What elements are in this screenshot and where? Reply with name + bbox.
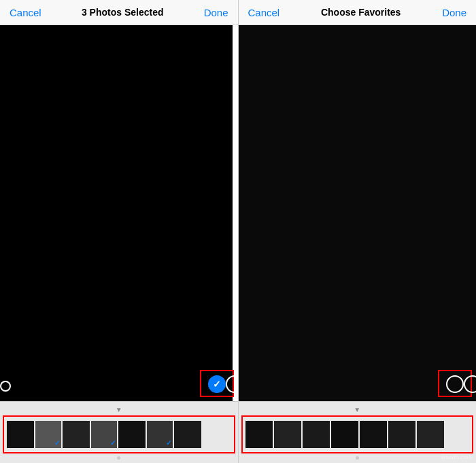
left-header: Cancel 3 Photos Selected Done xyxy=(0,0,238,25)
right-thumb-dot xyxy=(356,456,359,460)
right-panel: Cancel Choose Favorites Done ▼ xyxy=(239,0,477,463)
right-photo-area xyxy=(239,25,477,401)
right-thumb-1[interactable] xyxy=(245,421,273,448)
left-strip-container: ✓ ✓ ✓ xyxy=(3,415,235,453)
right-unchecked-circle[interactable] xyxy=(446,375,464,393)
left-thumb-6[interactable]: ✓ xyxy=(147,421,173,448)
left-thumb-row: ✓ ✓ ✓ xyxy=(4,417,234,452)
right-peek-circle-inner xyxy=(464,375,476,393)
left-thumb-4-check: ✓ xyxy=(110,439,116,447)
right-strip-header: ▼ xyxy=(239,405,477,414)
left-thumb-4[interactable]: ✓ xyxy=(91,421,117,448)
right-header-title: Choose Favorites xyxy=(281,7,441,18)
left-thumb-7[interactable] xyxy=(174,421,201,448)
left-thumb-3[interactable] xyxy=(63,421,90,448)
right-header: Cancel Choose Favorites Done xyxy=(239,0,477,25)
left-strip-header: ▼ xyxy=(0,405,238,414)
left-header-title: 3 Photos Selected xyxy=(43,7,203,18)
left-peek-circle-inner xyxy=(226,375,238,393)
left-peek-circle xyxy=(226,375,238,393)
left-select-circle[interactable] xyxy=(208,375,226,393)
right-thumb-4[interactable] xyxy=(331,421,358,448)
right-cancel-button[interactable]: Cancel xyxy=(247,4,282,21)
right-thumb-5[interactable] xyxy=(360,421,387,448)
left-panel: Cancel 3 Photos Selected Done ▼ xyxy=(0,0,239,463)
right-thumb-row xyxy=(243,417,473,452)
right-strip-arrow: ▼ xyxy=(354,406,360,413)
left-thumb-5[interactable] xyxy=(118,421,146,448)
panels-container: Cancel 3 Photos Selected Done ▼ xyxy=(0,0,476,463)
right-select-circle[interactable] xyxy=(446,375,464,393)
left-photo-area xyxy=(0,25,238,401)
right-strip-container xyxy=(241,415,474,453)
left-done-button[interactable]: Done xyxy=(203,4,230,21)
right-thumb-strip-area: ▼ xyxy=(239,401,477,463)
left-thumb-1[interactable] xyxy=(7,421,34,448)
left-strip-arrow: ▼ xyxy=(116,406,122,413)
right-thumb-3[interactable] xyxy=(303,421,330,448)
left-thumb-6-check: ✓ xyxy=(166,439,171,447)
right-thumb-7[interactable] xyxy=(417,421,444,448)
right-thumb-dot-row xyxy=(239,455,477,460)
left-white-strip xyxy=(233,25,238,401)
right-done-button[interactable]: Done xyxy=(441,4,468,21)
left-thumb-strip-area: ▼ ✓ ✓ xyxy=(0,401,238,463)
left-thumb-2-check: ✓ xyxy=(54,439,60,447)
left-checked-circle[interactable] xyxy=(208,375,226,393)
left-thumb-dot-row xyxy=(0,455,238,460)
left-cancel-button[interactable]: Cancel xyxy=(8,4,43,21)
left-thumb-dot xyxy=(117,456,120,460)
right-thumb-6[interactable] xyxy=(388,421,415,448)
left-thumb-2[interactable]: ✓ xyxy=(35,421,61,448)
right-peek-circle xyxy=(464,375,476,393)
left-edge-circle xyxy=(0,381,11,392)
right-thumb-2[interactable] xyxy=(274,421,301,448)
